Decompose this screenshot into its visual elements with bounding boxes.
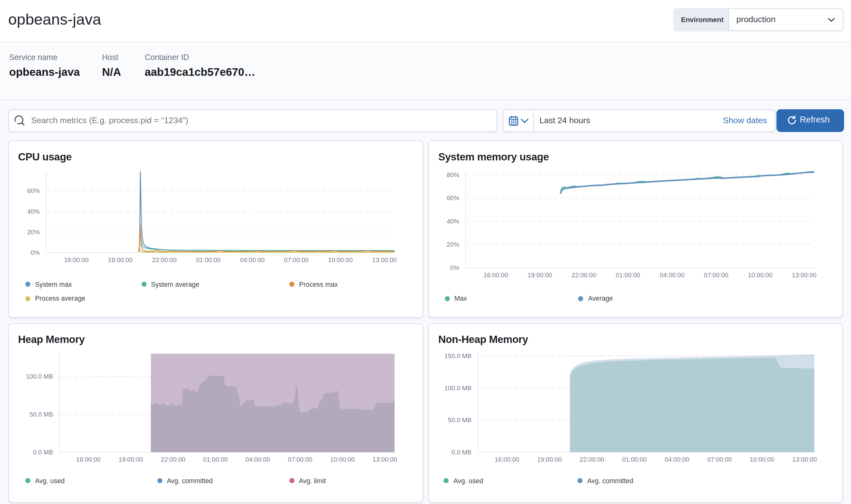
- svg-text:16:00:00: 16:00:00: [495, 456, 519, 463]
- svg-text:16:00:00: 16:00:00: [484, 272, 508, 278]
- svg-text:04:00:00: 04:00:00: [660, 272, 685, 278]
- svg-text:13:00:00: 13:00:00: [792, 272, 817, 278]
- svg-text:13:00:00: 13:00:00: [372, 256, 397, 263]
- svg-text:10:00:00: 10:00:00: [328, 256, 353, 263]
- svg-text:20%: 20%: [27, 229, 40, 236]
- svg-text:07:00:00: 07:00:00: [704, 272, 728, 278]
- svg-text:0%: 0%: [450, 264, 459, 271]
- svg-text:0%: 0%: [31, 249, 40, 256]
- svg-text:22:00:00: 22:00:00: [572, 272, 597, 278]
- svg-text:07:00:00: 07:00:00: [284, 256, 308, 263]
- svg-text:0.0 MB: 0.0 MB: [33, 449, 53, 456]
- svg-text:16:00:00: 16:00:00: [76, 456, 101, 463]
- svg-text:19:00:00: 19:00:00: [119, 456, 143, 463]
- svg-text:04:00:00: 04:00:00: [245, 456, 270, 463]
- svg-text:07:00:00: 07:00:00: [707, 456, 732, 463]
- svg-text:0.0 MB: 0.0 MB: [451, 449, 471, 456]
- svg-text:22:00:00: 22:00:00: [161, 456, 185, 463]
- svg-text:150.0 MB: 150.0 MB: [444, 353, 472, 359]
- svg-text:60%: 60%: [447, 195, 459, 201]
- svg-text:01:00:00: 01:00:00: [203, 456, 228, 463]
- svg-text:07:00:00: 07:00:00: [288, 456, 313, 463]
- svg-text:100.0 MB: 100.0 MB: [444, 385, 472, 392]
- svg-text:40%: 40%: [27, 208, 40, 215]
- svg-text:100.0 MB: 100.0 MB: [26, 373, 53, 380]
- svg-text:40%: 40%: [447, 218, 459, 225]
- svg-text:04:00:00: 04:00:00: [240, 256, 265, 263]
- svg-text:19:00:00: 19:00:00: [537, 456, 562, 463]
- svg-text:04:00:00: 04:00:00: [664, 456, 689, 463]
- svg-text:19:00:00: 19:00:00: [528, 272, 552, 278]
- svg-text:80%: 80%: [447, 172, 459, 178]
- svg-text:50.0 MB: 50.0 MB: [448, 416, 471, 424]
- svg-text:01:00:00: 01:00:00: [196, 256, 221, 263]
- svg-text:01:00:00: 01:00:00: [616, 272, 640, 278]
- svg-text:19:00:00: 19:00:00: [108, 256, 133, 263]
- svg-text:10:00:00: 10:00:00: [330, 456, 355, 463]
- svg-text:22:00:00: 22:00:00: [152, 256, 177, 263]
- svg-text:10:00:00: 10:00:00: [748, 272, 772, 278]
- svg-text:10:00:00: 10:00:00: [750, 456, 774, 463]
- svg-text:01:00:00: 01:00:00: [622, 456, 647, 463]
- svg-text:13:00:00: 13:00:00: [792, 456, 817, 463]
- svg-text:13:00:00: 13:00:00: [372, 456, 397, 463]
- svg-text:50.0 MB: 50.0 MB: [30, 411, 53, 418]
- svg-text:22:00:00: 22:00:00: [580, 456, 604, 463]
- svg-text:60%: 60%: [27, 187, 40, 194]
- svg-text:16:00:00: 16:00:00: [64, 256, 89, 263]
- svg-text:20%: 20%: [447, 241, 459, 248]
